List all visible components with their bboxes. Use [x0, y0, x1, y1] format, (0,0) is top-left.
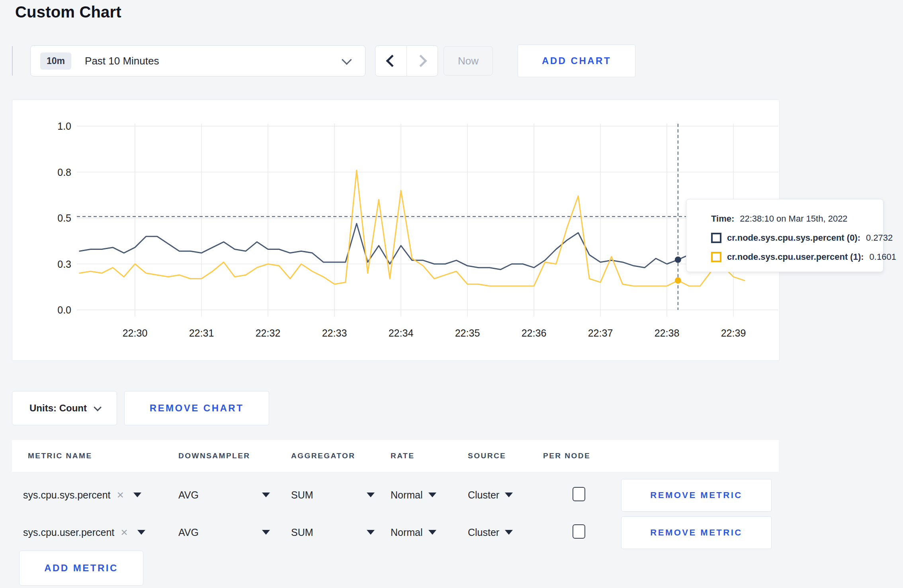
chevron-right-icon — [415, 55, 427, 67]
col-header-downsampler: DOWNSAMPLER — [178, 440, 250, 472]
dropdown-caret-icon — [367, 493, 375, 497]
dropdown-caret-icon — [262, 493, 270, 497]
aggregator-select[interactable]: SUM — [291, 477, 375, 513]
time-nav — [375, 45, 438, 76]
time-range-label: Past 10 Minutes — [85, 55, 159, 67]
tooltip-time-row: Time: 22:38:10 on Mar 15th, 2022 — [711, 214, 848, 224]
metrics-table-header: METRIC NAME DOWNSAMPLER AGGREGATOR RATE … — [12, 440, 779, 472]
metric-row: sys.cpu.sys.percent × AVG SUM Normal Clu… — [12, 477, 779, 513]
downsampler-value: AVG — [178, 527, 199, 538]
svg-text:22:33: 22:33 — [322, 327, 347, 339]
col-header-source: SOURCE — [468, 440, 506, 472]
downsampler-select[interactable]: AVG — [178, 477, 270, 513]
svg-text:22:36: 22:36 — [522, 327, 547, 339]
aggregator-value: SUM — [291, 527, 313, 538]
section-divider — [12, 46, 13, 76]
svg-text:0.8: 0.8 — [57, 167, 71, 178]
rate-value: Normal — [391, 527, 423, 538]
col-header-rate: RATE — [391, 440, 414, 472]
units-select[interactable]: Units: Count — [12, 391, 117, 425]
svg-text:22:35: 22:35 — [455, 327, 480, 339]
time-forward-button[interactable] — [407, 46, 438, 76]
clear-metric-icon[interactable]: × — [117, 489, 124, 501]
now-button[interactable]: Now — [444, 46, 493, 76]
tooltip-series-row: cr.node.sys.cpu.sys.percent (0): 0.2732 — [711, 233, 893, 243]
tooltip-time-value: 22:38:10 on Mar 15th, 2022 — [740, 214, 847, 224]
time-back-button[interactable] — [375, 46, 407, 76]
dropdown-caret-icon — [262, 530, 270, 535]
source-select[interactable]: Cluster — [468, 477, 513, 513]
tooltip-time-label: Time: — [711, 214, 734, 224]
source-value: Cluster — [468, 527, 499, 538]
units-label: Units: Count — [29, 403, 87, 414]
metric-row: sys.cpu.user.percent × AVG SUM Normal Cl… — [12, 514, 779, 551]
svg-text:22:39: 22:39 — [721, 327, 746, 339]
svg-text:22:32: 22:32 — [256, 327, 281, 339]
dropdown-caret-icon — [133, 493, 141, 497]
col-header-per-node: PER NODE — [543, 440, 590, 472]
time-range-badge: 10m — [40, 53, 71, 70]
metric-name-select[interactable]: sys.cpu.user.percent × — [23, 514, 145, 551]
metric-name-value: sys.cpu.user.percent — [23, 527, 114, 538]
dropdown-caret-icon — [428, 493, 436, 497]
dropdown-caret-icon — [428, 530, 436, 535]
metric-name-select[interactable]: sys.cpu.sys.percent × — [23, 477, 141, 513]
downsampler-value: AVG — [178, 489, 199, 501]
dropdown-caret-icon — [367, 530, 375, 535]
col-header-aggregator: AGGREGATOR — [291, 440, 356, 472]
tooltip-series-value: 0.1601 — [870, 252, 896, 262]
time-series-plot[interactable]: 0.00.30.50.81.022:3022:3122:3222:3322:34… — [12, 100, 779, 360]
tooltip-series-value: 0.2732 — [866, 233, 893, 243]
dropdown-caret-icon — [505, 530, 513, 535]
tooltip-series-label: cr.node.sys.cpu.user.percent (1): — [727, 252, 864, 262]
svg-text:0.5: 0.5 — [57, 212, 71, 224]
chevron-down-icon — [342, 55, 352, 64]
svg-text:22:30: 22:30 — [123, 327, 148, 339]
svg-text:0.0: 0.0 — [57, 304, 71, 315]
series-user-legend-icon — [711, 252, 721, 262]
chevron-down-icon — [94, 403, 102, 411]
svg-text:22:34: 22:34 — [389, 327, 414, 339]
rate-select[interactable]: Normal — [391, 477, 436, 513]
chart-card: 0.00.30.50.81.022:3022:3122:3222:3322:34… — [12, 99, 780, 361]
aggregator-value: SUM — [291, 489, 313, 501]
add-chart-button[interactable]: ADD CHART — [518, 45, 635, 77]
tooltip-series-label: cr.node.sys.cpu.sys.percent (0): — [727, 233, 860, 243]
series-line — [80, 170, 745, 286]
add-metric-button[interactable]: ADD METRIC — [19, 551, 143, 586]
svg-text:22:31: 22:31 — [189, 327, 214, 339]
svg-text:0.3: 0.3 — [57, 259, 71, 270]
remove-chart-button[interactable]: REMOVE CHART — [124, 391, 269, 425]
rate-value: Normal — [391, 489, 423, 501]
per-node-checkbox[interactable] — [573, 524, 585, 539]
col-header-metric-name: METRIC NAME — [28, 440, 92, 472]
series-sys-legend-icon — [711, 233, 721, 243]
time-range-select[interactable]: 10m Past 10 Minutes — [30, 45, 366, 76]
svg-text:22:37: 22:37 — [588, 327, 613, 339]
per-node-checkbox[interactable] — [573, 487, 585, 501]
svg-text:1.0: 1.0 — [57, 121, 71, 132]
rate-select[interactable]: Normal — [391, 514, 436, 551]
svg-text:22:38: 22:38 — [655, 327, 680, 339]
metric-name-value: sys.cpu.sys.percent — [23, 489, 111, 501]
remove-metric-button[interactable]: REMOVE METRIC — [621, 479, 772, 512]
aggregator-select[interactable]: SUM — [291, 514, 375, 551]
clear-metric-icon[interactable]: × — [121, 526, 128, 538]
dropdown-caret-icon — [137, 530, 145, 535]
series-line — [80, 224, 745, 270]
source-select[interactable]: Cluster — [468, 514, 513, 551]
downsampler-select[interactable]: AVG — [178, 514, 270, 551]
remove-metric-button[interactable]: REMOVE METRIC — [621, 516, 772, 549]
dropdown-caret-icon — [505, 493, 513, 497]
chart-tooltip: Time: 22:38:10 on Mar 15th, 2022 cr.node… — [686, 199, 883, 272]
source-value: Cluster — [468, 489, 499, 501]
page-title: Custom Chart — [15, 3, 121, 21]
chevron-left-icon — [386, 55, 398, 67]
tooltip-series-row: cr.node.sys.cpu.user.percent (1): 0.1601 — [711, 252, 896, 262]
